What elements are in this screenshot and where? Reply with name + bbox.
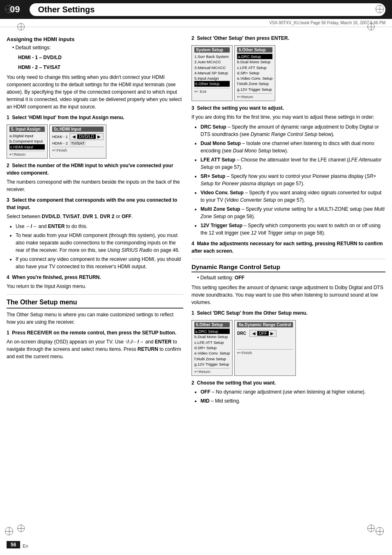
osd-item: g.12V Trigger Setup — [237, 87, 272, 92]
osd3-right-footer: ↩:Finish — [237, 349, 293, 355]
bullet-item: DRC Setup – Specify the amount of dynami… — [201, 123, 385, 138]
other-setup-body: The Other Setup menu is where you can ma… — [7, 311, 183, 326]
hdmi2-value: TV/SAT — [69, 141, 86, 145]
osd-item: 3.Manual MCACC — [194, 65, 230, 70]
bullet-item: Use ←/→ and ENTER to do this. — [16, 223, 183, 230]
other-setup-step1-body: An on-screen display (OSD) appears on yo… — [7, 338, 183, 360]
hdmi-step3-heading: 3 Select the component that corresponds … — [7, 196, 183, 211]
drc-choices: OFF – No dynamic range adjustment (use w… — [201, 388, 385, 405]
bullet-item: 12V Trigger Setup – Specify which compon… — [201, 222, 385, 237]
hdmi-bullets: Use ←/→ and ENTER to do this. To hear au… — [16, 223, 183, 270]
hdmi-step2-heading: 2 Select the number of the HDMI input to… — [7, 162, 183, 177]
drc-default: • Default setting: OFF — [197, 274, 385, 281]
osd-item: 2.Auto MCACC — [194, 59, 230, 64]
hdmi-step4-body: You return to the Input Assign menu. — [7, 283, 183, 290]
osd-item: b.Component Input — [9, 138, 45, 144]
osd-item: c.LFE ATT Setup — [237, 65, 272, 70]
osd-item: 4.Manual SP Setup — [194, 70, 230, 76]
osd2-right-box: 6.Other Setup a.DRC Setup b.Dual Mono Se… — [234, 45, 275, 101]
hdmi-default-label: • Default settings: — [12, 44, 183, 51]
osd3-left-footer: ↩:Return — [194, 368, 230, 374]
hdmi-step2-body: The numbers correspond with the numbers … — [7, 178, 183, 193]
hdmi-section-title: Assigning the HDMI inputs — [7, 36, 183, 42]
bullet-item: LFE ATT Setup – Choose the attenuator le… — [201, 156, 385, 171]
osd-item: 5.Input Assign — [194, 76, 230, 81]
osd-right-title-1: 5c.HDMI Input — [52, 127, 104, 132]
page-title: Other Settings — [38, 5, 95, 14]
bullet-item: MID – Mid setting. — [201, 397, 385, 405]
osd-diagram-1: 5. Input Assign a.Digital Input b.Compon… — [7, 124, 183, 159]
osd2-left-footer: ↩: Exit — [194, 88, 230, 94]
osd-item-highlighted: 6.Other Setup — [194, 81, 230, 86]
file-info: VSX-90TXV_KU.book Page 56 Friday, March … — [0, 19, 392, 27]
drc-section-title: Dynamic Range Control Setup — [191, 263, 385, 272]
bullet-item: To hear audio from your HDMI component (… — [16, 232, 183, 254]
osd3-right-title: 6a.Dynamic Range Control — [237, 322, 293, 327]
osd-item: 1.Surr Back System — [194, 54, 230, 59]
right-step3: 3 Select the setting you want to adjust. — [191, 104, 385, 112]
right-step2: 2 Select 'Other Setup' then press ENTER. — [191, 35, 385, 42]
osd-footer: ↩:Return — [9, 151, 45, 157]
right-column: 2 Select 'Other Setup' then press ENTER.… — [191, 31, 385, 407]
header-title-box: Other Settings — [30, 3, 385, 16]
osd-left-title-1: 5. Input Assign — [9, 127, 45, 132]
bullet-item: If you connect any video component to th… — [16, 256, 183, 270]
drc-step2: 2 Choose the setting that you want. — [191, 379, 385, 387]
hdmi-step3-body: Select between DVD/LD, TV/SAT, DVR 1, DV… — [7, 213, 183, 220]
drc-label: DRC — [237, 331, 246, 336]
other-setup-step1: 1 Press RECEIVER on the remote control, … — [7, 329, 183, 336]
other-setup-menu-title: The Other Setup menu — [7, 299, 183, 309]
osd-item: a.Digital Input — [9, 133, 45, 138]
header-bar: 09 Other Settings — [0, 0, 392, 19]
osd2-right-footer: ↩:Return — [237, 93, 272, 99]
osd3-left-box: 6.Other Setup a.DRC Setup b.Dual Mono Se… — [191, 320, 233, 376]
osd-item: e.Video Conv. Setup — [237, 76, 272, 81]
osd-item: b.Dual Mono Setup — [194, 334, 230, 339]
osd-item: e.Video Conv. Setup — [194, 350, 230, 356]
osd-item: c.LFE ATT Setup — [194, 340, 230, 345]
osd-item: g.12V Trigger Setup — [194, 362, 230, 367]
drc-body: This setting specifies the amount of dyn… — [191, 284, 385, 306]
bullet-item: Dual Mono Setup – Isolate one channel wh… — [201, 140, 385, 154]
page-number: 56 — [7, 541, 20, 548]
hdmi1-label: HDMI - 1 — [52, 134, 68, 139]
drc-step1: 1 Select 'DRC Setup' from the Other Setu… — [191, 309, 385, 317]
osd3-right-box: 6a.Dynamic Range Control DRC ◀OFF▶ ↩:Fin… — [234, 320, 295, 376]
bullet-item: Video Conv. Setup – Specify if you want … — [201, 189, 385, 204]
osd-item: d.SR+ Setup — [237, 70, 272, 76]
page-lang: En — [23, 543, 28, 548]
left-column: Assigning the HDMI inputs • Default sett… — [7, 31, 183, 407]
osd2-left-box: System Setup 1.Surr Back System 2.Auto M… — [191, 45, 233, 101]
hdmi1-setting: HDMI - 1 – DVD/LD — [18, 54, 183, 61]
hdmi1-value: ◀DVD/LD▶ — [69, 133, 104, 140]
right-step3-body: If you are doing this for the first time… — [191, 113, 385, 121]
hdmi-body: You only need to change this setting whe… — [7, 74, 183, 111]
hdmi-step4-heading: 4 When you're finished, press RETURN. — [7, 274, 183, 281]
right-step4: 4 Make the adjustments necessary for eac… — [191, 240, 385, 255]
osd3-left-title: 6.Other Setup — [194, 322, 230, 327]
osd-diagram-3: 6.Other Setup a.DRC Setup b.Dual Mono Se… — [191, 320, 385, 376]
drc-value: ◀OFF▶ — [249, 330, 277, 337]
hdmi2-label: HDMI - 2 — [52, 141, 68, 145]
hdmi2-setting: HDMI - 2 – TV/SAT — [18, 64, 183, 71]
osd-item: b.Dual Mono Setup — [237, 59, 272, 64]
bullet-item: SR+ Setup – Specify how you want to cont… — [201, 173, 385, 187]
bullet-item: Multi Zone Setup – Specify your volume s… — [201, 205, 385, 220]
osd-item-highlighted: a.DRC Setup — [194, 329, 230, 334]
osd-item: d.SR+ Setup — [194, 345, 230, 350]
osd-item: f.Multi Zone Setup — [194, 356, 230, 362]
osd-diagram-2: System Setup 1.Surr Back System 2.Auto M… — [191, 45, 385, 101]
settings-bullets: DRC Setup – Specify the amount of dynami… — [201, 123, 385, 237]
bullet-item: OFF – No dynamic range adjustment (use w… — [201, 388, 385, 396]
osd-footer-2: ↩:Finish — [52, 147, 104, 152]
osd-item-highlighted: a.DRC Setup — [237, 54, 272, 59]
osd2-left-title: System Setup — [194, 47, 230, 53]
osd2-right-title: 6.Other Setup — [237, 47, 272, 53]
osd-item-highlighted: c.HDMI Input — [9, 144, 45, 150]
osd-right-box-1: 5c.HDMI Input HDMI - 1 ◀DVD/LD▶ HDMI - 2… — [49, 124, 106, 159]
osd-item: f.Multi Zone Setup — [237, 81, 272, 86]
osd-left-box-1: 5. Input Assign a.Digital Input b.Compon… — [7, 124, 48, 159]
hdmi-step1-heading: 1 Select 'HDMI Input' from the Input Ass… — [7, 114, 183, 121]
